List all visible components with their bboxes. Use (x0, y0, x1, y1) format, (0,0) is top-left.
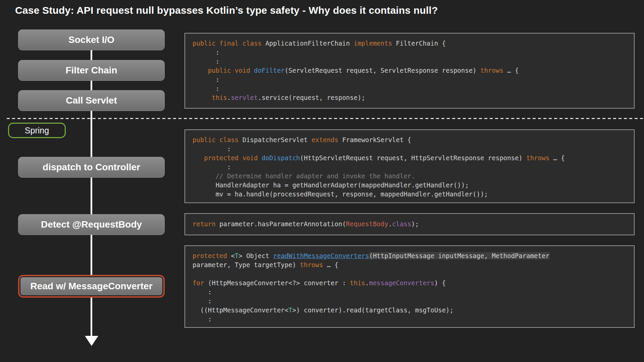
code-line: : (193, 144, 627, 154)
code-line: mv = ha.handle(processedRequest, respons… (193, 190, 627, 199)
flow-box-read-with-message-converter: Read w/ MessageConverter (18, 275, 165, 298)
code-line: : (193, 297, 627, 306)
code-line: return parameter.hasParameterAnnotation(… (193, 220, 627, 229)
code-line: public class DispatcherServlet extends F… (193, 135, 627, 144)
code-line: parameter, Type targetType) throws … { (193, 260, 627, 269)
slide: Case Study: API request null bypasses Ko… (0, 0, 644, 362)
flow-box-dispatch-to-controller: dispatch to Controller (18, 157, 165, 178)
code-line: public final class ApplicationFilterChai… (193, 39, 627, 48)
flow-box-label: Detect @RequestBody (41, 219, 142, 230)
code-line: : (193, 75, 627, 84)
flow-box-filter-chain: Filter Chain (18, 60, 165, 81)
flow-box-label: dispatch to Controller (43, 162, 140, 173)
spring-badge-label: Spring (25, 126, 49, 135)
code-line: : (193, 57, 627, 66)
code-line: protected <T> Object readWithMessageConv… (193, 251, 627, 260)
code-line: : (193, 84, 627, 93)
code-panel-read-with-message-converters: protected <T> Object readWithMessageConv… (184, 245, 635, 328)
code-line: this.servlet.service(request, response); (193, 93, 627, 102)
code-line: : (193, 48, 627, 57)
flow-box-detect-request-body: Detect @RequestBody (18, 214, 165, 235)
code-line: : (193, 288, 627, 297)
code-line: : (193, 315, 627, 324)
code-panel-dispatcher-servlet: public class DispatcherServlet extends F… (184, 129, 635, 203)
flow-box-label: Filter Chain (65, 65, 117, 76)
code-line: protected void doDispatch(HttpServletReq… (193, 154, 627, 163)
code-line: for (HttpMessageConverter<?> converter :… (193, 279, 627, 288)
spring-boundary-divider (7, 118, 644, 119)
code-line: : (193, 163, 627, 172)
code-panel-request-body-check: return parameter.hasParameterAnnotation(… (184, 213, 635, 235)
code-line (193, 269, 627, 279)
flow-box-label: Read w/ MessageConverter (30, 281, 152, 292)
flow-box-label: Socket I/O (68, 35, 114, 45)
flow-arrow-head (85, 336, 98, 346)
flow-box-socket-io: Socket I/O (18, 29, 165, 50)
flow-box-call-servlet: Call Servlet (18, 90, 165, 111)
flow-box-label: Call Servlet (66, 95, 117, 106)
code-line: HandlerAdapter ha = getHandlerAdapter(ma… (193, 181, 627, 190)
spring-badge: Spring (8, 123, 66, 138)
page-title: Case Study: API request null bypasses Ko… (15, 5, 438, 16)
code-line: // Determine handler adapter and invoke … (193, 172, 627, 181)
code-line: ((HttpMessageConverter<T>) converter).re… (193, 306, 627, 315)
code-line: public void doFilter(ServletRequest requ… (193, 66, 627, 75)
code-panel-application-filter-chain: public final class ApplicationFilterChai… (184, 33, 635, 109)
